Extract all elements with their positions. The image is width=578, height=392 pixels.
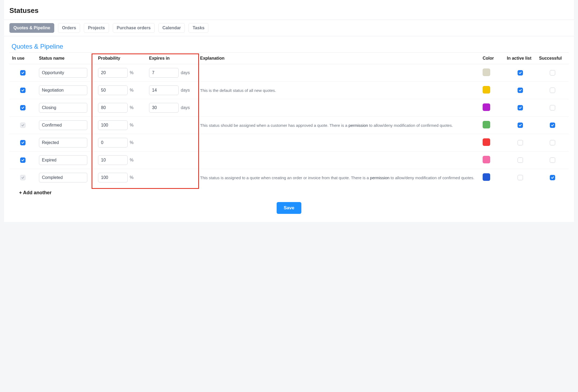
save-button[interactable]: Save bbox=[277, 202, 301, 214]
status-table: In use Status name Probability Expires i… bbox=[9, 52, 569, 186]
days-unit: days bbox=[181, 70, 190, 75]
status-name-input[interactable] bbox=[39, 103, 87, 113]
successful-checkbox[interactable] bbox=[550, 105, 555, 110]
tab-orders[interactable]: Orders bbox=[58, 23, 80, 33]
color-swatch[interactable] bbox=[483, 173, 490, 181]
color-swatch[interactable] bbox=[483, 103, 490, 111]
in-use-checkbox bbox=[20, 123, 26, 128]
successful-checkbox[interactable] bbox=[550, 70, 555, 75]
probability-input[interactable] bbox=[98, 85, 128, 95]
tabs-bar: Quotes & PipelineOrdersProjectsPurchase … bbox=[4, 20, 574, 36]
col-header-in-active-list: In active list bbox=[504, 53, 536, 64]
expires-input[interactable] bbox=[149, 85, 179, 95]
status-name-input[interactable] bbox=[39, 85, 87, 95]
probability-input[interactable] bbox=[98, 173, 128, 182]
probability-input[interactable] bbox=[98, 120, 128, 130]
section-title: Quotes & Pipeline bbox=[9, 43, 569, 50]
table-row: %daysThis is the default status of all n… bbox=[9, 82, 569, 99]
permission-link[interactable]: permission bbox=[349, 123, 368, 128]
expires-input[interactable] bbox=[149, 103, 179, 113]
col-header-explanation: Explanation bbox=[197, 53, 480, 64]
add-another-button[interactable]: + Add another bbox=[9, 186, 569, 197]
successful-checkbox[interactable] bbox=[550, 140, 555, 145]
in-active-list-checkbox[interactable] bbox=[518, 175, 523, 180]
in-active-list-checkbox[interactable] bbox=[518, 123, 523, 128]
explanation-text: This status should be assigned when a cu… bbox=[200, 123, 477, 128]
percent-unit: % bbox=[130, 105, 133, 110]
successful-checkbox[interactable] bbox=[550, 157, 555, 163]
percent-unit: % bbox=[130, 158, 133, 162]
status-name-input[interactable] bbox=[39, 120, 87, 130]
in-use-checkbox bbox=[20, 175, 26, 180]
in-use-checkbox[interactable] bbox=[20, 88, 26, 93]
page-title: Statuses bbox=[4, 0, 574, 20]
color-swatch[interactable] bbox=[483, 156, 490, 163]
table-row: % bbox=[9, 134, 569, 152]
percent-unit: % bbox=[130, 70, 133, 75]
probability-input[interactable] bbox=[98, 155, 128, 165]
successful-checkbox[interactable] bbox=[550, 123, 555, 128]
col-header-probability: Probability bbox=[95, 53, 146, 64]
successful-checkbox[interactable] bbox=[550, 175, 555, 180]
color-swatch[interactable] bbox=[483, 121, 490, 128]
in-active-list-checkbox[interactable] bbox=[518, 70, 523, 75]
tab-tasks[interactable]: Tasks bbox=[189, 23, 208, 33]
color-swatch[interactable] bbox=[483, 86, 490, 93]
tab-purchase-orders[interactable]: Purchase orders bbox=[113, 23, 155, 33]
in-use-checkbox[interactable] bbox=[20, 70, 26, 75]
table-row: %This status is assigned to a quote when… bbox=[9, 169, 569, 186]
expires-input[interactable] bbox=[149, 68, 179, 78]
status-name-input[interactable] bbox=[39, 138, 87, 148]
in-active-list-checkbox[interactable] bbox=[518, 157, 523, 163]
in-active-list-checkbox[interactable] bbox=[518, 140, 523, 145]
in-use-checkbox[interactable] bbox=[20, 157, 26, 163]
permission-link[interactable]: permission bbox=[370, 175, 390, 180]
in-active-list-checkbox[interactable] bbox=[518, 88, 523, 93]
in-use-checkbox[interactable] bbox=[20, 105, 26, 110]
status-name-input[interactable] bbox=[39, 68, 87, 78]
in-use-checkbox[interactable] bbox=[20, 140, 26, 145]
days-unit: days bbox=[181, 88, 190, 92]
probability-input[interactable] bbox=[98, 68, 128, 78]
percent-unit: % bbox=[130, 140, 133, 145]
color-swatch[interactable] bbox=[483, 69, 490, 76]
explanation-text: This status is assigned to a quote when … bbox=[200, 175, 477, 181]
color-swatch[interactable] bbox=[483, 138, 490, 146]
tab-calendar[interactable]: Calendar bbox=[158, 23, 185, 33]
successful-checkbox[interactable] bbox=[550, 88, 555, 93]
percent-unit: % bbox=[130, 88, 133, 92]
explanation-text: This is the default status of all new qu… bbox=[200, 88, 477, 93]
days-unit: days bbox=[181, 105, 190, 110]
percent-unit: % bbox=[130, 123, 133, 127]
table-row: %days bbox=[9, 99, 569, 117]
col-header-in-use: In use bbox=[9, 53, 36, 64]
percent-unit: % bbox=[130, 175, 133, 180]
status-name-input[interactable] bbox=[39, 155, 87, 165]
col-header-successful: Successful bbox=[536, 53, 569, 64]
col-header-expires-in: Expires in bbox=[146, 53, 197, 64]
probability-input[interactable] bbox=[98, 103, 128, 113]
in-active-list-checkbox[interactable] bbox=[518, 105, 523, 110]
col-header-color: Color bbox=[480, 53, 504, 64]
col-header-status-name: Status name bbox=[36, 53, 95, 64]
probability-input[interactable] bbox=[98, 138, 128, 148]
tab-quotes-pipeline[interactable]: Quotes & Pipeline bbox=[9, 23, 54, 33]
table-row: % bbox=[9, 152, 569, 169]
status-name-input[interactable] bbox=[39, 173, 87, 182]
table-row: %This status should be assigned when a c… bbox=[9, 117, 569, 134]
statuses-content: Quotes & Pipeline In use Status name bbox=[4, 36, 574, 222]
tab-projects[interactable]: Projects bbox=[84, 23, 109, 33]
table-row: %days bbox=[9, 64, 569, 82]
